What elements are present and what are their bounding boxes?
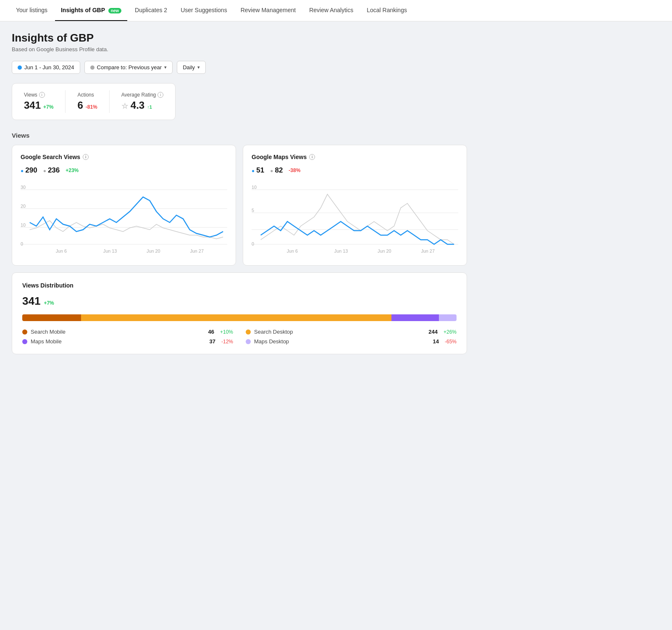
google-maps-views-card: Google Maps Views i 51 82 -38% 10 5	[243, 145, 467, 266]
dist-bar-segment	[22, 314, 81, 321]
dist-bar-segment	[391, 314, 439, 321]
legend-change: -65%	[445, 339, 457, 345]
legend-label: Search Desktop	[254, 329, 425, 335]
avg-rating-label: Average Rating i	[121, 92, 164, 98]
maps-previous-stat: 82	[270, 166, 283, 175]
rating-change: ↑1	[147, 105, 152, 110]
svg-text:20: 20	[21, 204, 26, 209]
filter-bar: Jun 1 - Jun 30, 2024 Compare to: Previou…	[12, 61, 467, 74]
interval-label: Daily	[183, 64, 195, 71]
dist-bar-segment	[81, 314, 391, 321]
legend-color-dot	[22, 329, 27, 335]
legend-color-dot	[246, 329, 251, 335]
svg-text:Jun 20: Jun 20	[147, 248, 160, 254]
search-chart-title: Google Search Views i	[21, 154, 227, 160]
actions-change: -81%	[86, 104, 97, 110]
maps-chart-stats: 51 82 -38%	[252, 166, 458, 175]
main-content: Insights of GBP Based on Google Business…	[0, 21, 479, 364]
views-label: Views i	[24, 92, 53, 98]
nav-label: User Suggestions	[181, 7, 227, 13]
svg-text:Jun 27: Jun 27	[421, 248, 434, 254]
page-title: Insights of GBP	[12, 31, 467, 44]
compare-to-filter[interactable]: Compare to: Previous year ▾	[84, 61, 173, 74]
search-line-chart: 30 20 10 0 Jun 6 Jun 13 Jun 20 Jun 27	[21, 181, 227, 257]
svg-text:Jun 6: Jun 6	[56, 248, 67, 254]
interval-filter[interactable]: Daily ▾	[177, 61, 206, 74]
search-chart-wrapper: 30 20 10 0 Jun 6 Jun 13 Jun 20 Jun 27	[21, 181, 227, 257]
legend-label: Maps Desktop	[254, 338, 430, 345]
dist-legend-item: Maps Desktop14-65%	[246, 338, 457, 345]
chevron-down-icon: ▾	[164, 65, 167, 70]
summary-views: Views i 341 +7%	[12, 90, 66, 113]
views-distribution-card: Views Distribution 341 +7% Search Mobile…	[12, 272, 467, 354]
nav-insights-gbp[interactable]: Insights of GBP new	[55, 0, 127, 21]
actions-label: Actions	[77, 92, 97, 98]
search-change-stat: +23%	[66, 167, 79, 173]
svg-text:Jun 20: Jun 20	[378, 248, 391, 254]
summary-avg-rating: Average Rating i ☆ 4.3 ↑1	[110, 90, 176, 113]
views-section-label: Views	[12, 132, 467, 139]
rating-info-icon[interactable]: i	[158, 92, 163, 98]
search-previous-stat: 236	[43, 166, 60, 175]
search-current-stat: 290	[21, 166, 37, 175]
nav-label: Duplicates 2	[135, 7, 167, 13]
svg-text:Jun 27: Jun 27	[190, 248, 203, 254]
dist-legend-item: Search Mobile46+10%	[22, 329, 233, 335]
maps-change-stat: -38%	[289, 167, 300, 173]
new-badge: new	[108, 8, 121, 13]
svg-text:10: 10	[252, 185, 257, 190]
dist-change: +7%	[44, 300, 54, 306]
maps-info-icon[interactable]: i	[309, 154, 315, 160]
legend-value: 14	[433, 338, 439, 345]
nav-review-management[interactable]: Review Management	[235, 0, 302, 21]
nav-label: Review Management	[241, 7, 296, 13]
page-subtitle: Based on Google Business Profile data.	[12, 46, 467, 52]
legend-color-dot	[22, 339, 27, 344]
maps-chart-wrapper: 10 5 0 Jun 6 Jun 13 Jun 20 Jun 27	[252, 181, 458, 257]
top-navigation: Your listings Insights of GBP new Duplic…	[0, 0, 672, 21]
svg-text:Jun 13: Jun 13	[103, 248, 117, 254]
star-icon: ☆	[121, 102, 128, 111]
legend-change: +26%	[444, 329, 457, 335]
legend-change: -12%	[221, 339, 233, 345]
nav-local-rankings[interactable]: Local Rankings	[361, 0, 413, 21]
maps-current-stat: 51	[252, 166, 264, 175]
legend-change: +10%	[220, 329, 233, 335]
summary-card: Views i 341 +7% Actions 6 -81% Average R…	[12, 83, 176, 120]
date-dot	[18, 65, 22, 70]
svg-text:Jun 6: Jun 6	[287, 248, 298, 254]
svg-text:0: 0	[252, 241, 254, 246]
compare-dot	[90, 65, 94, 70]
search-chart-stats: 290 236 +23%	[21, 166, 227, 175]
date-range-filter[interactable]: Jun 1 - Jun 30, 2024	[12, 61, 80, 74]
legend-color-dot	[246, 339, 251, 344]
dist-total: 341 +7%	[22, 295, 457, 308]
legend-value: 37	[210, 338, 215, 345]
views-value: 341 +7%	[24, 99, 53, 111]
nav-label: Your listings	[16, 7, 47, 13]
views-info-icon[interactable]: i	[39, 92, 45, 98]
search-info-icon[interactable]: i	[83, 154, 89, 160]
dist-legend-item: Maps Mobile37-12%	[22, 338, 233, 345]
avg-rating-value: ☆ 4.3 ↑1	[121, 99, 164, 111]
charts-row: Google Search Views i 290 236 +23% 30 20	[12, 145, 467, 266]
svg-text:5: 5	[252, 208, 254, 213]
svg-text:Jun 13: Jun 13	[334, 248, 348, 254]
dist-legend-item: Search Desktop244+26%	[246, 329, 457, 335]
svg-text:0: 0	[21, 241, 23, 246]
chevron-down-icon: ▾	[197, 65, 200, 70]
nav-your-listings[interactable]: Your listings	[10, 0, 53, 21]
google-search-views-card: Google Search Views i 290 236 +23% 30 20	[12, 145, 236, 266]
nav-duplicates[interactable]: Duplicates 2	[129, 0, 173, 21]
compare-to-label: Compare to: Previous year	[97, 64, 162, 71]
nav-user-suggestions[interactable]: User Suggestions	[175, 0, 233, 21]
nav-label: Insights of GBP	[61, 7, 105, 13]
dist-title: Views Distribution	[22, 282, 457, 289]
nav-label: Review Analytics	[309, 7, 353, 13]
legend-value: 244	[428, 329, 438, 335]
summary-actions: Actions 6 -81%	[66, 90, 109, 113]
legend-label: Maps Mobile	[31, 338, 206, 345]
nav-review-analytics[interactable]: Review Analytics	[303, 0, 359, 21]
nav-label: Local Rankings	[367, 7, 407, 13]
legend-label: Search Mobile	[31, 329, 205, 335]
